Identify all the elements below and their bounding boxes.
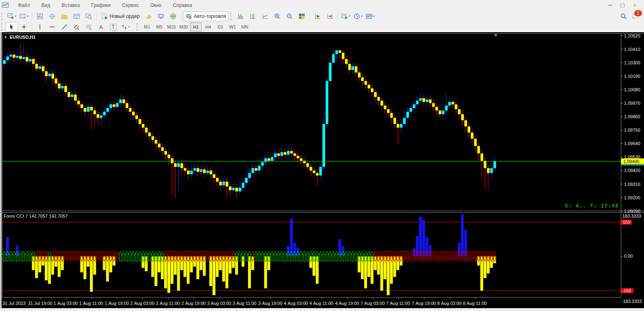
toolbar-grip[interactable]	[1, 23, 4, 31]
metaeditor-button[interactable]	[155, 11, 167, 21]
horizontal-line-tool-button[interactable]	[46, 22, 58, 32]
chart-shift-button[interactable]	[324, 11, 336, 21]
toolbar-separator	[181, 12, 181, 20]
window-controls: ×	[604, 2, 644, 9]
strategy-tester-button[interactable]	[83, 11, 95, 21]
market-watch-button[interactable]	[34, 11, 46, 21]
search-icon[interactable]	[620, 13, 627, 20]
timeframe-w1[interactable]: W1	[227, 22, 238, 31]
profiles-icon	[20, 13, 26, 20]
menu-window[interactable]: Окно	[145, 0, 167, 11]
toolbar-grip[interactable]	[230, 13, 233, 20]
equidistant-channel-icon: E	[73, 24, 80, 30]
minimize-icon	[608, 5, 612, 6]
timeframe-m30[interactable]: M30	[178, 22, 189, 31]
new-chart-icon	[7, 13, 14, 20]
arrows-tool-button[interactable]: ▾	[119, 22, 132, 32]
timeframe-m1[interactable]: M1	[141, 22, 153, 31]
new-order-label: Новый ордер	[110, 13, 140, 19]
dropdown-caret-icon: ▾	[373, 15, 375, 18]
dropdown-caret-icon: ▾	[15, 15, 16, 18]
data-window-button[interactable]	[46, 11, 58, 21]
tester-magnifier-icon	[86, 13, 92, 20]
chart-canvas[interactable]	[0, 32, 644, 311]
bar-chart-icon	[237, 13, 244, 20]
line-chart-button[interactable]	[259, 11, 271, 21]
candlestick-chart-button[interactable]	[247, 11, 259, 21]
text-tool-button[interactable]: A	[95, 22, 107, 32]
signals-button[interactable]	[167, 11, 179, 21]
dropdown-caret-icon: ▾	[349, 15, 350, 18]
new-order-button[interactable]: Новый ордер	[99, 11, 143, 21]
template-icon	[366, 13, 372, 20]
cursor-tool-button[interactable]	[6, 22, 18, 32]
svg-text:F: F	[90, 28, 92, 30]
tile-windows-button[interactable]	[296, 11, 308, 21]
zoom-out-icon	[286, 13, 293, 20]
zoom-in-button[interactable]	[271, 11, 284, 21]
toolbar-grip[interactable]	[136, 23, 139, 31]
chart-menu-arrow-icon[interactable]: ▼	[4, 35, 7, 39]
crosshair-tool-icon	[21, 24, 27, 30]
periods-button[interactable]: ▾	[352, 11, 364, 21]
new-chart-button[interactable]: ▾	[6, 11, 18, 21]
dropdown-caret-icon: ▾	[128, 25, 130, 29]
timeframe-h4[interactable]: H4	[202, 22, 214, 31]
candlestick-chart-icon	[250, 13, 256, 20]
menu-insert[interactable]: Вставка	[56, 0, 86, 11]
bar-chart-button[interactable]	[235, 11, 247, 21]
timeframe-h1[interactable]: H1	[190, 22, 202, 31]
horizontal-line-icon	[49, 24, 55, 30]
label-tool-glyph: T	[110, 24, 116, 30]
menu-charts[interactable]: Графики	[86, 0, 116, 11]
vertical-line-tool-button[interactable]	[34, 22, 46, 32]
timeframe-mn[interactable]: MN	[239, 22, 251, 31]
trendline-tool-button[interactable]	[58, 22, 70, 32]
notifications-button[interactable]: 1	[632, 13, 638, 20]
minimize-button[interactable]	[604, 2, 616, 9]
auto-scroll-button[interactable]	[312, 11, 324, 21]
restore-button[interactable]	[616, 2, 629, 9]
indicators-button[interactable]: ▾	[340, 11, 352, 21]
restore-icon	[620, 4, 624, 7]
dropdown-caret-icon: ▾	[361, 15, 363, 18]
timeframe-d1[interactable]: D1	[215, 22, 226, 31]
zoom-out-button[interactable]	[284, 11, 296, 21]
close-button[interactable]: ×	[629, 2, 641, 9]
mt4-window: Файл Вид Вставка Графики Сервис Окно Спр…	[0, 0, 644, 311]
navigator-button[interactable]	[58, 11, 70, 21]
timeframe-m5[interactable]: M5	[154, 22, 165, 31]
gold-book-icon	[145, 13, 152, 20]
line-chart-icon	[262, 13, 268, 20]
profiles-button[interactable]: ▾	[18, 11, 30, 21]
market-watch-icon	[37, 13, 43, 20]
standard-toolbar: ▾ ▾	[0, 11, 644, 22]
text-label-tool-button[interactable]: T	[107, 22, 119, 32]
templates-button[interactable]: ▾	[364, 11, 376, 21]
menu-service[interactable]: Сервис	[116, 0, 145, 11]
toolbar-separator	[97, 12, 97, 20]
menu-help[interactable]: Справка	[167, 0, 198, 11]
close-icon: ×	[633, 2, 636, 8]
crosshair-icon	[49, 13, 55, 20]
app-logo-icon	[2, 2, 9, 9]
autotrade-label: Авто-торговля	[194, 13, 226, 19]
terminal-button[interactable]	[70, 11, 83, 21]
crosshair-tool-button[interactable]	[18, 22, 30, 32]
toolbar-grip[interactable]	[1, 13, 4, 20]
autotrade-button[interactable]: Авто-торговля	[183, 11, 229, 21]
arrow-shapes-icon	[121, 24, 127, 30]
metaquotes-language-button[interactable]	[143, 11, 155, 21]
channel-tool-button[interactable]: E	[70, 22, 83, 32]
fibonacci-icon: F	[86, 24, 92, 30]
timeframe-m15[interactable]: M15	[166, 22, 177, 31]
symbol-text: EURUSD,H1	[10, 35, 36, 40]
toolbar-separator	[32, 23, 32, 31]
fibonacci-tool-button[interactable]: F	[83, 22, 95, 32]
drawing-toolbar: E F A T ▾ M1 M5 M15 M30 H1 H4 D1 W1	[0, 22, 644, 33]
chart-shift-icon	[327, 13, 333, 20]
indicator-name-label: Forex CCI 7 142.7057 142.7057	[4, 214, 68, 218]
menu-file[interactable]: Файл	[12, 0, 36, 11]
menu-view[interactable]: Вид	[36, 0, 56, 11]
zoom-in-icon	[274, 13, 281, 20]
